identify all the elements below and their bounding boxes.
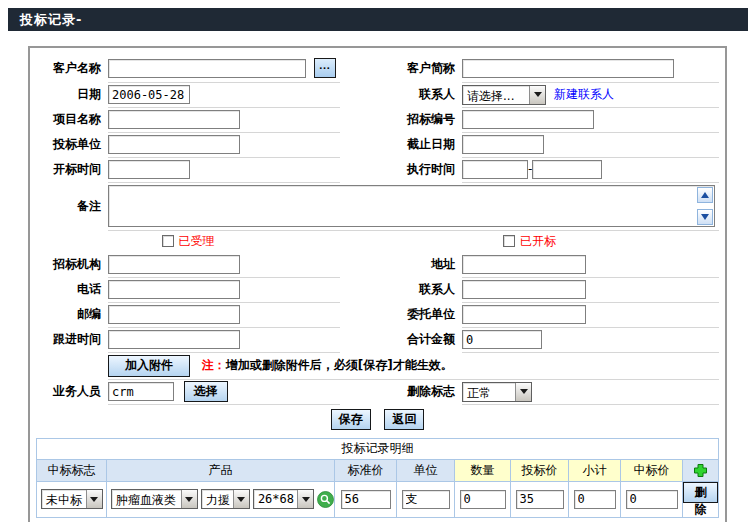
quantity-input[interactable] [460,490,506,509]
col-header-win-price: 中标价 [621,459,683,481]
open-time-input[interactable] [108,160,190,179]
add-attachment-button[interactable]: 加入附件 [108,355,190,377]
date-input[interactable] [108,85,190,104]
bid-unit-input[interactable] [108,135,240,154]
product-spec-select[interactable]: 26*68 [253,489,314,509]
window-titlebar: 投标记录- [8,8,748,31]
customer-name-label: 客户名称 [36,55,108,82]
row-attachment: 加入附件 注：增加或删除附件后，必须[保存]才能生效。 [36,352,719,379]
postcode-input[interactable] [108,305,240,324]
unit-input[interactable] [402,490,450,509]
subtotal-input[interactable] [574,490,616,509]
col-header-unit: 单位 [397,459,455,481]
col-header-quantity: 数量 [455,459,511,481]
chevron-down-icon [181,490,197,508]
delete-flag-value: 正常 [463,383,515,401]
scroll-down-icon[interactable] [697,209,713,225]
opened-checkbox[interactable] [503,235,515,247]
product-category-select[interactable]: 肿瘤血液类 [111,489,198,509]
salesperson-select-button[interactable]: 选择 [184,381,228,402]
product-cell: 肿瘤血液类 力援 26*68 [107,481,335,517]
deadline-label: 截止日期 [340,132,462,157]
contact-select-label: 联系人 [340,82,462,107]
row-project-bidno: 项目名称 招标编号 [36,107,719,132]
remark-textarea[interactable] [108,185,715,227]
row-date-contact: 日期 联系人 请选择... 新建联系人 [36,82,719,107]
delete-flag-label: 删除标志 [340,379,462,404]
contact-person-input[interactable] [462,280,586,299]
salesperson-input[interactable] [108,382,174,401]
col-header-win-flag: 中标标志 [37,459,107,481]
chevron-down-icon [86,490,102,508]
attachment-note-prefix: 注： [202,358,226,372]
attachment-note: 注：增加或删除附件后，必须[保存]才能生效。 [202,358,453,372]
row-follow-total: 跟进时间 合计金额 [36,327,719,352]
row-bidunit-deadline: 投标单位 截止日期 [36,132,719,157]
bid-number-input[interactable] [462,110,594,129]
address-input[interactable] [462,255,586,274]
exec-time-from-input[interactable] [462,160,528,179]
remark-label: 备注 [36,182,108,230]
contact-person-label: 联系人 [340,277,462,302]
bid-price-cell [511,481,569,517]
product-name-select[interactable]: 力援 [201,489,250,509]
deadline-input[interactable] [462,135,544,154]
subtotal-cell [569,481,621,517]
standard-price-input[interactable] [341,490,391,509]
row-phone-contact: 电话 联系人 [36,277,719,302]
chevron-down-icon [515,383,531,401]
accepted-checkbox-label: 已受理 [179,234,215,248]
win-flag-cell: 未中标 [37,481,107,517]
date-label: 日期 [36,82,108,107]
row-customer: 客户名称 ··· 客户简称 [36,55,719,82]
win-price-input[interactable] [626,490,678,509]
scroll-up-icon[interactable] [697,187,713,203]
project-name-input[interactable] [108,110,240,129]
postcode-label: 邮编 [36,302,108,327]
chevron-down-icon [529,86,545,104]
quantity-cell [455,481,511,517]
entrust-unit-input[interactable] [462,305,586,324]
customer-picker-button[interactable]: ··· [314,58,336,78]
remark-scrollbar[interactable] [696,187,713,225]
row-remark: 备注 [36,182,719,230]
agency-input[interactable] [108,255,240,274]
detail-header-row: 中标标志 产品 标准价 单位 数量 投标价 小计 中标价 [37,459,719,481]
contact-select-value: 请选择... [463,86,529,104]
row-salesperson-deleteflag: 业务人员 选择 删除标志 正常 [36,379,719,404]
product-search-icon[interactable] [317,491,334,508]
follow-time-input[interactable] [108,330,240,349]
phone-input[interactable] [108,280,240,299]
save-button[interactable]: 保存 [331,409,371,430]
col-header-product: 产品 [107,459,335,481]
phone-label: 电话 [36,277,108,302]
page-title: 投标记录- [20,12,82,27]
opened-checkbox-label: 已开标 [520,234,556,248]
bid-record-panel: 客户名称 ··· 客户简称 日期 联系人 请选择... 新建联系人 [28,46,727,522]
contact-select[interactable]: 请选择... [462,85,546,105]
customer-short-input[interactable] [462,59,674,78]
new-contact-link[interactable]: 新建联系人 [554,87,614,101]
accepted-checkbox[interactable] [162,235,174,247]
product-category-value: 肿瘤血液类 [112,490,181,508]
product-name-value: 力援 [202,490,233,508]
unit-cell [397,481,455,517]
customer-short-label: 客户简称 [340,55,462,82]
salesperson-label: 业务人员 [36,379,108,404]
col-header-standard-price: 标准价 [335,459,397,481]
entrust-unit-label: 委托单位 [340,302,462,327]
bid-form: 客户名称 ··· 客户简称 日期 联系人 请选择... 新建联系人 [36,55,719,405]
delete-row-button[interactable]: 删除 [683,482,718,503]
chevron-down-icon [233,490,249,508]
exec-time-to-input[interactable] [532,160,602,179]
back-button[interactable]: 返回 [384,409,424,430]
add-row-icon[interactable] [694,464,707,477]
total-amount-label: 合计金额 [340,327,462,352]
total-amount-input[interactable] [462,330,542,349]
attachment-note-text: 增加或删除附件后，必须[保存]才能生效。 [226,358,453,372]
bid-price-input[interactable] [516,490,564,509]
follow-time-label: 跟进时间 [36,327,108,352]
customer-name-input[interactable] [108,59,306,78]
delete-flag-select[interactable]: 正常 [462,382,532,402]
win-flag-select[interactable]: 未中标 [41,489,103,509]
